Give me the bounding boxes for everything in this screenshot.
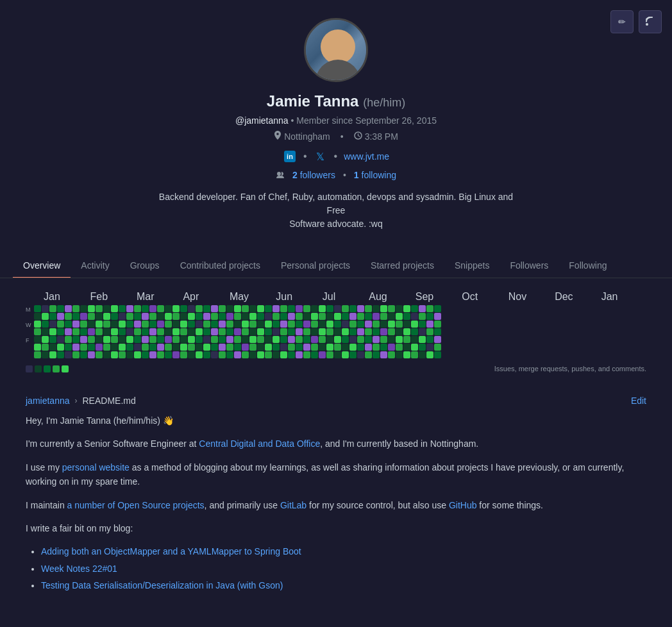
activity-cell[interactable]: [65, 344, 72, 351]
activity-cell[interactable]: [388, 336, 395, 343]
activity-cell[interactable]: [273, 305, 280, 312]
activity-cell[interactable]: [142, 344, 149, 351]
activity-cell[interactable]: [342, 313, 349, 320]
activity-cell[interactable]: [157, 351, 164, 358]
activity-cell[interactable]: [42, 321, 49, 328]
activity-cell[interactable]: [388, 313, 395, 320]
activity-cell[interactable]: [288, 344, 295, 351]
activity-cell[interactable]: [342, 321, 349, 328]
activity-cell[interactable]: [319, 336, 326, 343]
activity-cell[interactable]: [157, 344, 164, 351]
activity-cell[interactable]: [234, 351, 241, 358]
activity-cell[interactable]: [357, 305, 364, 312]
activity-cell[interactable]: [203, 336, 210, 343]
activity-cell[interactable]: [172, 351, 180, 358]
activity-cell[interactable]: [157, 328, 164, 335]
activity-cell[interactable]: [257, 305, 264, 312]
activity-cell[interactable]: [234, 321, 241, 328]
activity-cell[interactable]: [411, 305, 418, 312]
activity-cell[interactable]: [349, 313, 357, 320]
activity-cell[interactable]: [157, 321, 164, 328]
activity-cell[interactable]: [111, 336, 118, 343]
activity-cell[interactable]: [219, 351, 226, 358]
activity-cell[interactable]: [49, 336, 56, 343]
activity-cell[interactable]: [203, 313, 210, 320]
activity-cell[interactable]: [273, 351, 280, 358]
activity-cell[interactable]: [172, 344, 180, 351]
activity-cell[interactable]: [234, 328, 241, 335]
activity-cell[interactable]: [311, 328, 318, 335]
activity-cell[interactable]: [257, 344, 264, 351]
activity-cell[interactable]: [57, 344, 64, 351]
activity-cell[interactable]: [373, 305, 380, 312]
activity-cell[interactable]: [203, 328, 210, 335]
activity-cell[interactable]: [219, 328, 226, 335]
activity-cell[interactable]: [265, 344, 272, 351]
activity-cell[interactable]: [334, 351, 341, 358]
activity-cell[interactable]: [172, 321, 180, 328]
activity-cell[interactable]: [126, 328, 133, 335]
activity-cell[interactable]: [111, 321, 118, 328]
activity-cell[interactable]: [319, 313, 326, 320]
activity-cell[interactable]: [226, 328, 233, 335]
followers-link[interactable]: 2 followers: [292, 170, 335, 180]
activity-cell[interactable]: [88, 321, 95, 328]
activity-cell[interactable]: [380, 321, 387, 328]
blog-post-link-1[interactable]: Adding both an ObjectMapper and a YAMLMa…: [41, 546, 301, 556]
activity-cell[interactable]: [388, 328, 395, 335]
activity-cell[interactable]: [80, 351, 87, 358]
activity-cell[interactable]: [396, 313, 403, 320]
activity-cell[interactable]: [65, 351, 72, 358]
activity-cell[interactable]: [88, 351, 95, 358]
activity-cell[interactable]: [380, 351, 387, 358]
activity-cell[interactable]: [34, 305, 41, 312]
activity-cell[interactable]: [373, 336, 380, 343]
activity-cell[interactable]: [265, 321, 272, 328]
activity-cell[interactable]: [80, 313, 87, 320]
activity-cell[interactable]: [88, 305, 95, 312]
activity-cell[interactable]: [319, 305, 326, 312]
activity-cell[interactable]: [165, 328, 172, 335]
activity-cell[interactable]: [311, 305, 318, 312]
activity-cell[interactable]: [49, 351, 56, 358]
activity-cell[interactable]: [42, 344, 49, 351]
activity-cell[interactable]: [296, 344, 303, 351]
activity-cell[interactable]: [411, 336, 418, 343]
activity-cell[interactable]: [172, 305, 180, 312]
activity-cell[interactable]: [72, 336, 80, 343]
activity-cell[interactable]: [342, 305, 349, 312]
activity-cell[interactable]: [165, 305, 172, 312]
tab-snippets[interactable]: Snippets: [444, 254, 500, 278]
activity-cell[interactable]: [326, 313, 333, 320]
activity-cell[interactable]: [419, 321, 426, 328]
activity-cell[interactable]: [249, 313, 256, 320]
activity-cell[interactable]: [149, 305, 156, 312]
activity-cell[interactable]: [296, 313, 303, 320]
activity-cell[interactable]: [342, 336, 349, 343]
activity-cell[interactable]: [403, 328, 410, 335]
activity-cell[interactable]: [249, 305, 256, 312]
activity-cell[interactable]: [42, 328, 49, 335]
linkedin-icon[interactable]: in: [283, 149, 297, 163]
activity-cell[interactable]: [80, 305, 87, 312]
activity-cell[interactable]: [380, 313, 387, 320]
activity-cell[interactable]: [303, 328, 310, 335]
activity-cell[interactable]: [288, 328, 295, 335]
activity-cell[interactable]: [419, 336, 426, 343]
activity-cell[interactable]: [196, 328, 203, 335]
activity-cell[interactable]: [226, 313, 233, 320]
activity-cell[interactable]: [172, 336, 180, 343]
activity-cell[interactable]: [126, 321, 133, 328]
activity-cell[interactable]: [157, 336, 164, 343]
activity-cell[interactable]: [242, 351, 249, 358]
activity-cell[interactable]: [396, 305, 403, 312]
activity-cell[interactable]: [319, 328, 326, 335]
activity-cell[interactable]: [57, 305, 64, 312]
activity-cell[interactable]: [280, 328, 287, 335]
activity-cell[interactable]: [303, 305, 310, 312]
activity-cell[interactable]: [149, 351, 156, 358]
activity-cell[interactable]: [242, 321, 249, 328]
activity-cell[interactable]: [134, 321, 141, 328]
activity-cell[interactable]: [49, 344, 56, 351]
activity-cell[interactable]: [180, 321, 187, 328]
